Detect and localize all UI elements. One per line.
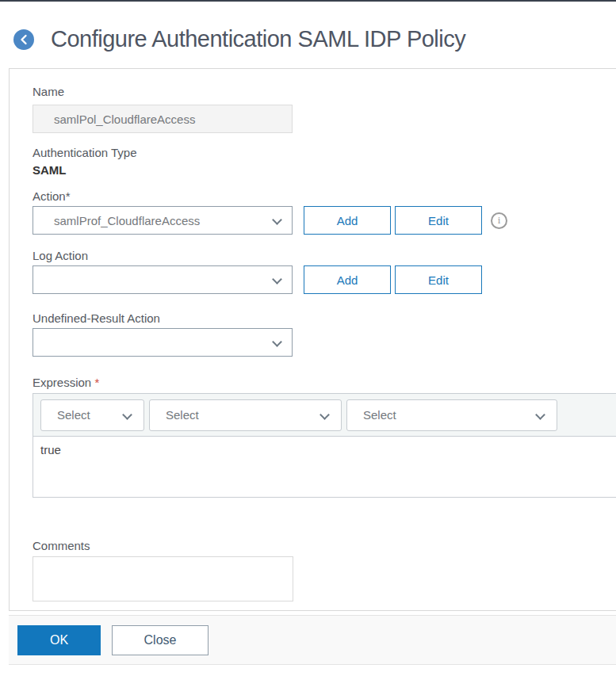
- required-asterisk: *: [94, 376, 99, 389]
- window-top-border: [0, 0, 616, 2]
- log-action-edit-button[interactable]: Edit: [395, 265, 482, 294]
- chevron-down-icon: [272, 337, 282, 347]
- log-action-row: Add Edit: [33, 265, 616, 294]
- expression-input[interactable]: true: [33, 437, 616, 497]
- expression-builder: Select Select Select true: [33, 393, 616, 498]
- action-label: Action*: [33, 189, 616, 204]
- chevron-down-icon: [272, 274, 282, 284]
- chevron-down-icon: [122, 410, 132, 420]
- back-button[interactable]: [13, 29, 34, 50]
- undefined-result-action-select[interactable]: [33, 328, 293, 357]
- log-action-label: Log Action: [33, 249, 616, 263]
- chevron-down-icon: [272, 215, 282, 225]
- comments-label: Comments: [33, 539, 616, 553]
- expression-label: Expression *: [33, 376, 616, 390]
- expression-toolbar: Select Select Select: [33, 394, 616, 437]
- expression-select-1[interactable]: Select: [40, 399, 144, 431]
- chevron-down-icon: [319, 410, 330, 420]
- log-action-add-button[interactable]: Add: [304, 265, 391, 294]
- action-select-value: samlProf_CloudflareAccess: [33, 214, 200, 227]
- page-header: Configure Authentication SAML IDP Policy: [13, 26, 616, 52]
- arrow-left-icon: [17, 33, 30, 46]
- info-icon[interactable]: [491, 212, 507, 229]
- name-input[interactable]: [33, 105, 293, 133]
- ok-button[interactable]: OK: [17, 625, 101, 655]
- chevron-down-icon: [535, 410, 545, 420]
- action-select[interactable]: samlProf_CloudflareAccess: [33, 206, 293, 235]
- page-title: Configure Authentication SAML IDP Policy: [51, 26, 465, 52]
- undefined-result-action-row: [33, 328, 616, 357]
- authentication-type-value: SAML: [33, 163, 616, 178]
- action-edit-button[interactable]: Edit: [395, 206, 482, 235]
- comments-input[interactable]: [33, 556, 293, 601]
- authentication-type-label: Authentication Type: [33, 146, 616, 160]
- name-label: Name: [33, 85, 616, 99]
- log-action-select[interactable]: [33, 265, 293, 294]
- form-panel: Name Authentication Type SAML Action* sa…: [9, 68, 616, 611]
- action-row: samlProf_CloudflareAccess Add Edit: [33, 206, 616, 235]
- close-button[interactable]: Close: [112, 625, 209, 655]
- expression-select-2[interactable]: Select: [149, 399, 342, 431]
- footer-bar: OK Close: [9, 615, 616, 665]
- expression-select-3[interactable]: Select: [346, 399, 557, 431]
- undefined-result-action-label: Undefined-Result Action: [33, 311, 616, 326]
- action-add-button[interactable]: Add: [304, 206, 391, 235]
